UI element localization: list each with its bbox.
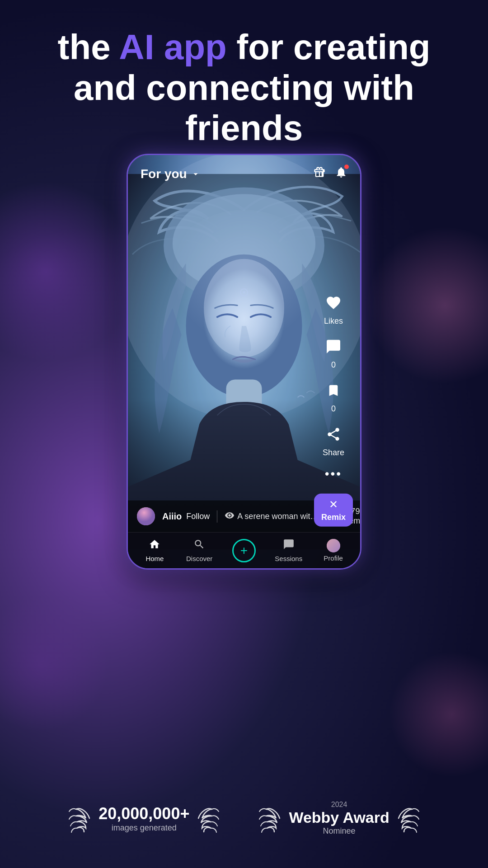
webby-year: 2024 (289, 801, 389, 809)
bookmark-icon (322, 379, 345, 402)
bg-decoration-bottom-left (0, 597, 108, 732)
svg-point-10 (155, 210, 333, 388)
remix-label: Remix (321, 513, 346, 522)
right-laurel-icon (194, 796, 221, 841)
discover-nav-label: Discover (186, 555, 212, 562)
likes-action[interactable]: Likes (322, 291, 345, 326)
images-label: images generated (99, 823, 189, 833)
comment-icon (322, 335, 345, 359)
svg-point-11 (137, 507, 155, 525)
webby-name: Webby Award (289, 809, 389, 826)
bottom-navigation: Home Discover + (128, 532, 360, 568)
feed-selector[interactable]: For you (141, 167, 201, 181)
top-action-icons (313, 166, 347, 182)
right-action-bar: Likes 0 0 (314, 291, 353, 527)
share-icon (322, 423, 345, 446)
nav-sessions[interactable]: Sessions (266, 538, 311, 562)
images-laurel-wrapper: 20,000,000+ images generated (67, 796, 221, 841)
images-award-text: 20,000,000+ images generated (99, 804, 189, 833)
hero-highlight: AI app (119, 27, 226, 67)
hero-text-suffix: for creating (227, 27, 431, 67)
hero-line2: and connecting with (74, 68, 414, 108)
follow-button[interactable]: Follow (186, 512, 210, 521)
phone-mockup: For you (127, 154, 361, 570)
likes-label: Likes (324, 316, 343, 326)
bookmarks-count: 0 (331, 404, 336, 414)
create-button[interactable]: + (232, 539, 256, 562)
search-icon (193, 538, 205, 553)
for-you-label: For you (141, 167, 187, 181)
top-bar: For you (128, 155, 360, 189)
creator-username[interactable]: Aiiio (162, 511, 182, 522)
phone-frame: For you (127, 154, 361, 570)
profile-nav-label: Profile (324, 554, 343, 562)
more-dots-icon: ••• (325, 467, 342, 481)
nav-home[interactable]: Home (132, 538, 177, 562)
phone-content: For you (128, 155, 360, 568)
prompt-icon (225, 510, 235, 523)
share-label: Share (323, 448, 344, 458)
share-action[interactable]: Share (322, 423, 345, 458)
webby-award-text: 2024 Webby Award Nominee (289, 801, 389, 836)
images-award: 20,000,000+ images generated (67, 796, 221, 841)
prompt-section: A serene woman with wav (217, 510, 319, 523)
hero-title: the AI app for creating and connecting w… (27, 27, 461, 149)
create-icon: + (240, 543, 248, 558)
remix-button[interactable]: ✕ Remix (314, 494, 353, 527)
remix-icon: ✕ (329, 498, 338, 511)
chat-icon (283, 538, 295, 553)
sessions-nav-label: Sessions (275, 555, 302, 562)
creator-avatar[interactable] (137, 507, 155, 525)
hero-text-prefix: the (58, 27, 119, 67)
bg-decoration-left (0, 181, 136, 362)
more-action[interactable]: ••• (325, 467, 342, 481)
chevron-down-icon (191, 169, 201, 179)
webby-left-laurel-icon (257, 796, 284, 841)
home-icon (149, 538, 160, 553)
nav-create[interactable]: + (222, 539, 267, 562)
svg-point-12 (327, 539, 340, 552)
nav-discover[interactable]: Discover (177, 538, 222, 562)
left-laurel-icon (67, 796, 94, 841)
bookmark-action[interactable]: 0 (322, 379, 345, 414)
webby-right-laurel-icon (394, 796, 421, 841)
webby-award: 2024 Webby Award Nominee (257, 796, 421, 841)
gift-icon[interactable] (313, 166, 326, 182)
creator-info: Aiiio Follow (162, 511, 210, 522)
home-nav-label: Home (145, 555, 164, 562)
hero-section: the AI app for creating and connecting w… (0, 27, 488, 149)
comments-action[interactable]: 0 (322, 335, 345, 370)
profile-avatar (327, 539, 340, 552)
images-count: 20,000,000+ (99, 804, 189, 823)
comments-count: 0 (331, 360, 336, 370)
bg-decoration-right (366, 226, 488, 384)
webby-sub: Nominee (289, 826, 389, 836)
heart-icon (322, 291, 345, 315)
awards-section: 20,000,000+ images generated (0, 796, 488, 841)
nav-profile[interactable]: Profile (311, 539, 356, 562)
webby-laurel-wrapper: 2024 Webby Award Nominee (257, 796, 421, 841)
bell-icon[interactable] (335, 166, 347, 182)
prompt-text: A serene woman with wav (237, 512, 319, 521)
bg-decoration-bottom-right (389, 651, 488, 778)
hero-line3: friends (185, 108, 303, 148)
